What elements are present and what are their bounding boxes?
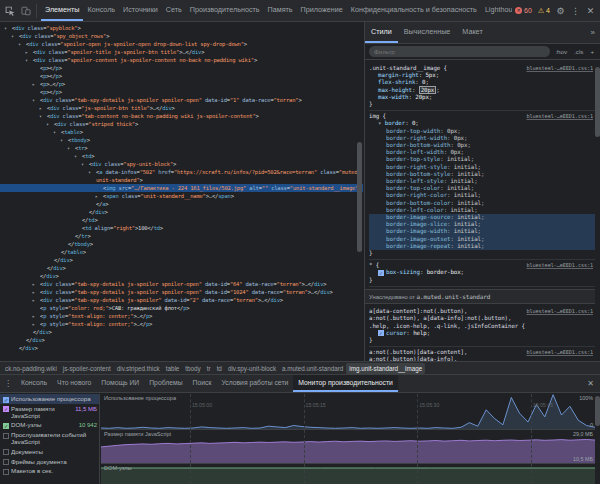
styles-tab-макет[interactable]: Макет xyxy=(456,22,488,43)
expand-arrow-icon[interactable]: ▸ xyxy=(39,104,42,112)
close-devtools-icon[interactable]: ✕ xyxy=(583,3,598,19)
dom-tree-row[interactable]: ▸<p>…</p> xyxy=(0,80,363,88)
dom-tree-row[interactable]: </tbody> xyxy=(0,240,363,248)
dom-tree-row[interactable]: ▾<div class="spyblock"> xyxy=(0,24,363,32)
shorthand-expand-icon[interactable]: ▾ xyxy=(378,120,385,126)
breadcrumb-item[interactable]: tbody xyxy=(182,363,203,374)
collapse-arrow-icon[interactable]: ▾ xyxy=(46,120,49,128)
css-selector[interactable]: .help, .icon-help, .q-link, .jsInfoConta… xyxy=(369,323,595,330)
drawer-tab-консоль[interactable]: Консоль xyxy=(16,375,52,392)
css-property[interactable]: border-image-width: initial; xyxy=(369,228,595,235)
dom-tree-row[interactable]: <td align="right">100</td> xyxy=(0,224,363,232)
css-source-link[interactable]: bluesteel-…eEED1.css:1 xyxy=(526,65,595,72)
css-selector[interactable]: img { xyxy=(369,113,526,120)
drawer-tab-что-нового[interactable]: Что нового xyxy=(52,375,96,392)
dom-tree-row[interactable]: </div> xyxy=(0,264,363,272)
dom-tree-row[interactable]: ▾<div class="spoiler-open js-spoiler-ope… xyxy=(0,40,363,48)
css-property[interactable]: border-top-color: initial; xyxy=(369,185,595,192)
top-tab-консоль[interactable]: Консоль xyxy=(83,0,119,21)
top-tab-конфиденциальность-и-безопасность[interactable]: Конфиденциальность и безопасность xyxy=(347,0,481,21)
expand-arrow-icon[interactable]: ▸ xyxy=(25,48,28,56)
breadcrumb-item[interactable]: ck.no-padding.wiki xyxy=(2,363,60,374)
styles-tab-стили[interactable]: Стили xyxy=(365,22,398,43)
device-toolbar-icon[interactable] xyxy=(18,3,33,19)
css-property[interactable]: border-bottom-color: initial; xyxy=(369,200,595,207)
collapse-arrow-icon[interactable]: ▾ xyxy=(4,24,7,32)
css-property[interactable]: flex-shrink: 0; xyxy=(369,79,595,86)
css-property[interactable]: margin-right: 5px; xyxy=(369,72,595,79)
inspect-element-icon[interactable] xyxy=(2,3,17,19)
metric-checkbox-checked-icon[interactable]: ✓ xyxy=(3,397,9,403)
dom-tree-row[interactable]: ▸<div class="spoiler-title js-spoiler-bt… xyxy=(0,48,363,56)
dom-tree-row[interactable]: </tr> xyxy=(0,232,363,240)
styles-toolbar-button-cls[interactable]: .cls xyxy=(572,48,585,55)
css-selector[interactable]: .unit-standard__image { xyxy=(369,65,526,72)
css-property[interactable]: border-left-color: initial; xyxy=(369,207,595,214)
collapse-arrow-icon[interactable]: ▾ xyxy=(53,128,56,136)
collapse-arrow-icon[interactable]: ▾ xyxy=(11,32,14,40)
css-property[interactable]: border-image-repeat: initial; xyxy=(369,243,595,250)
dom-tree-row[interactable]: ▾<a data-infos="502" href="https://xcraf… xyxy=(0,168,363,184)
dom-tree-row[interactable]: </a> xyxy=(0,200,363,208)
drawer-scrollbar[interactable] xyxy=(595,396,600,426)
expand-arrow-icon[interactable]: ▸ xyxy=(95,192,98,200)
metric-item-фреймы-документа[interactable]: Фреймы документа xyxy=(0,457,99,467)
top-tab-элементы[interactable]: Элементы xyxy=(41,0,83,21)
more-tabs-icon[interactable]: » xyxy=(586,22,600,43)
collapse-arrow-icon[interactable]: ▾ xyxy=(88,168,91,176)
collapse-arrow-icon[interactable]: ▾ xyxy=(25,56,28,64)
css-property[interactable]: border-image-source: initial; xyxy=(369,214,595,221)
css-property[interactable]: border-top-width: 0px; xyxy=(369,128,595,135)
css-selector[interactable]: a:not(.button), a[data-info]:not(.button… xyxy=(369,315,595,322)
dom-tree-row[interactable]: <p></p> xyxy=(0,88,363,96)
dom-tree-row[interactable]: </div> xyxy=(0,272,363,280)
expand-arrow-icon[interactable]: ▸ xyxy=(32,288,35,296)
css-property[interactable]: border-right-width: 0px; xyxy=(369,135,595,142)
breadcrumb-item[interactable]: table xyxy=(163,363,183,374)
expand-arrow-icon[interactable]: ▸ xyxy=(32,280,35,288)
dom-tree-row[interactable]: </div> xyxy=(0,336,363,344)
metric-item-прослушиватели-событий-javascript[interactable]: Прослушиватели событий JavaScript xyxy=(0,430,99,447)
dom-tree-row[interactable]: ▾<div class="spy_object_rows"> xyxy=(0,32,363,40)
drawer-tab-монитор-производительности[interactable]: Монитор производительности xyxy=(293,375,398,392)
css-property[interactable]: border-left-style: initial; xyxy=(369,178,595,185)
settings-gear-icon[interactable]: ⚙ xyxy=(553,3,568,19)
top-tab-приложение[interactable]: Приложение xyxy=(297,0,347,21)
dom-tree-row[interactable]: ▾<table> xyxy=(0,128,363,136)
expand-arrow-icon[interactable]: ▸ xyxy=(32,312,35,320)
collapse-arrow-icon[interactable]: ▾ xyxy=(81,160,84,168)
collapse-arrow-icon[interactable]: ▾ xyxy=(32,96,35,104)
top-tab-lighthouse[interactable]: Lighthouse xyxy=(481,0,512,21)
dom-tree-row[interactable]: ▸<div class="tab-spy-details js-spoiler … xyxy=(0,288,363,296)
metric-item-dom-узлы[interactable]: ✓DOM-узлы10 942 xyxy=(0,420,99,430)
metric-checkbox-checked-icon[interactable]: ✓ xyxy=(3,406,9,412)
styles-toolbar-button-[interactable]: + xyxy=(588,48,596,55)
css-selector[interactable]: a:not(.button)[data-content], xyxy=(369,349,526,356)
dom-tree-row[interactable]: <p></p> xyxy=(0,64,363,72)
drawer-close-icon[interactable]: ✕ xyxy=(581,375,600,392)
css-property[interactable]: max-width: 20px; xyxy=(369,94,595,101)
collapse-arrow-icon[interactable]: ▾ xyxy=(60,136,63,144)
drawer-tab-поиск[interactable]: Поиск xyxy=(188,375,217,392)
expand-arrow-icon[interactable]: ▸ xyxy=(32,320,35,328)
drawer-kebab-icon[interactable]: ⋮ xyxy=(0,375,16,392)
dom-tree-row[interactable]: </div> xyxy=(0,208,363,216)
css-property[interactable]: border-left-width: 0px; xyxy=(369,149,595,156)
metric-checkbox-icon[interactable] xyxy=(3,459,9,465)
top-tab-сеть[interactable]: Сеть xyxy=(162,0,186,21)
dom-tree-row[interactable]: <p style="color: red;">САШ: гражданский … xyxy=(0,304,363,312)
dom-tree-row[interactable]: </table> xyxy=(0,248,363,256)
breadcrumb-item[interactable]: img.unit-standard__image xyxy=(346,363,425,374)
css-source-link[interactable]: bluesteel-…eEED1.css:1 xyxy=(526,308,595,315)
css-property[interactable]: ✓box-sizing: border-box; xyxy=(369,269,595,276)
dom-tree-scrollbar[interactable] xyxy=(357,142,362,252)
dom-tree-row[interactable]: ▸<div class="tab-spy-details js-spoiler"… xyxy=(0,296,363,304)
inherited-from-node[interactable]: a.muted.unit-standard xyxy=(417,293,491,300)
styles-tab-вычисленные[interactable]: Вычисленные xyxy=(398,22,457,43)
css-property[interactable]: border-image-outset: initial; xyxy=(369,236,595,243)
top-tab-производительность[interactable]: Производительность xyxy=(186,0,264,21)
metric-checkbox-icon[interactable] xyxy=(3,449,9,455)
metric-checkbox-icon[interactable] xyxy=(3,433,9,439)
css-property[interactable]: ▾ border: 0; xyxy=(369,120,595,127)
top-tab-источники[interactable]: Источники xyxy=(119,0,162,21)
